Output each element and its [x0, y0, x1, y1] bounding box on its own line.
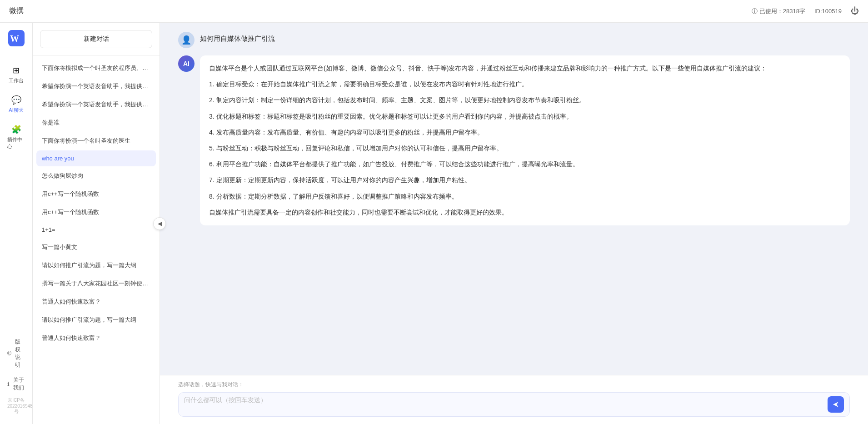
topbar-title: 微撰	[9, 6, 24, 16]
conv-item[interactable]: 下面你将扮演一个名叫圣友的医生	[36, 132, 156, 150]
conv-item[interactable]: 撰写一篇关于八大家花园社区一刻钟便民生...	[36, 275, 156, 292]
send-button[interactable]	[828, 396, 844, 413]
ai-paragraph: 5. 与粉丝互动：积极与粉丝互动，回复评论和私信，可以增加用户对你的认可和信任，…	[209, 143, 841, 154]
ai-avatar: AI	[178, 55, 195, 72]
sidebar-item-aichat[interactable]: 💬 AI聊天	[4, 90, 29, 118]
power-icon[interactable]: ⏻	[851, 6, 859, 16]
conv-item[interactable]: 写一篇小黄文	[36, 239, 156, 256]
ai-paragraph: 3. 优化标题和标签：标题和标签是吸引粉丝的重要因素。优化标题和标签可以让更多的…	[209, 111, 841, 122]
workspace-icon: ⊞	[13, 65, 20, 75]
send-icon	[832, 401, 839, 408]
app-logo: W	[8, 30, 25, 46]
chat-messages: 👤 如何用自媒体做推广引流 AI 自媒体平台是个人或团队通过互联网平台(如博客、…	[160, 23, 868, 375]
collapse-panel-button[interactable]: ◀	[153, 217, 166, 230]
ai-paragraph: 7. 定期更新：定期更新内容，保持活跃度，可以让用户对你的内容产生兴趣，增加用户…	[209, 175, 841, 186]
topbar: 微撰 ⓘ 已使用：28318字 ID:100519 ⏻	[0, 0, 868, 23]
sidebar-item-workspace[interactable]: ⊞ 工作台	[4, 61, 29, 89]
conv-item[interactable]: 请以如何推广引流为题，写一篇大纲	[36, 311, 156, 329]
ai-paragraph: 1. 确定目标受众：在开始自媒体推广引流之前，需要明确目标受众是谁，以便在发布内…	[209, 79, 841, 90]
conv-header: 新建对话	[33, 23, 160, 56]
conv-item[interactable]: 普通人如何快速致富？	[36, 329, 156, 347]
ai-paragraph: 4. 发布高质量内容：发布高质量、有价值、有趣的内容可以吸引更多的粉丝，并提高用…	[209, 127, 841, 138]
conv-item[interactable]: 希望你扮演一个英语发音助手，我提供给你...	[36, 78, 156, 95]
user-message: 👤 如何用自媒体做推广引流	[178, 32, 850, 48]
logo-area: W	[5, 30, 28, 46]
conv-item[interactable]: 用c++写一个随机函数	[36, 204, 156, 221]
topbar-usage: ⓘ 已使用：28318字	[752, 7, 805, 15]
conv-item[interactable]: 怎么做狗屎炒肉	[36, 167, 156, 185]
aichat-icon: 💬	[11, 95, 21, 105]
about-label: 关于我们	[13, 376, 25, 392]
aichat-label: AI聊天	[9, 107, 23, 114]
ai-paragraph: 自媒体推广引流需要具备一定的内容创作和社交能力，同时也需要不断尝试和优化，才能取…	[209, 207, 841, 218]
ai-message: AI 自媒体平台是个人或团队通过互联网平台(如博客、微博、微信公众号、抖音、快手…	[178, 55, 850, 225]
chat-area: 👤 如何用自媒体做推广引流 AI 自媒体平台是个人或团队通过互联网平台(如博客、…	[160, 23, 868, 424]
copyright-label: 版权说明	[15, 338, 25, 369]
input-box-wrapper	[178, 392, 850, 417]
sidebar-item-about[interactable]: ℹ 关于我们	[4, 373, 29, 395]
plugin-icon: 🧩	[11, 125, 21, 135]
ai-paragraph: 自媒体平台是个人或团队通过互联网平台(如博客、微博、微信公众号、抖音、快手等)发…	[209, 63, 841, 74]
copyright-icon: ©	[7, 350, 11, 357]
ai-paragraph: 8. 分析数据：定期分析数据，了解用户反馈和喜好，以便调整推广策略和内容发布频率…	[209, 191, 841, 202]
topbar-right: ⓘ 已使用：28318字 ID:100519 ⏻	[752, 6, 859, 16]
conv-panel: 新建对话 下面你将模拟成一个叫圣友的程序员、我说...希望你扮演一个英语发音助手…	[33, 23, 160, 424]
quick-topic-label: 选择话题，快速与我对话：	[178, 381, 850, 389]
icp-info: 京ICP备2022016948号	[4, 395, 29, 417]
conv-item[interactable]: 1+1=	[36, 222, 156, 238]
chat-input[interactable]	[184, 396, 824, 413]
conv-list: 下面你将模拟成一个叫圣友的程序员、我说...希望你扮演一个英语发音助手，我提供给…	[33, 56, 160, 424]
new-conversation-button[interactable]: 新建对话	[40, 30, 152, 48]
usage-text: 已使用：28318字	[759, 7, 805, 15]
conv-item[interactable]: 你是谁	[36, 114, 156, 131]
usage-icon: ⓘ	[752, 7, 758, 15]
topbar-id: ID:100519	[814, 8, 842, 15]
conv-item[interactable]: 请以如何推广引流为题，写一篇大纲	[36, 257, 156, 274]
ai-message-content: 自媒体平台是个人或团队通过互联网平台(如博客、微博、微信公众号、抖音、快手等)发…	[200, 55, 850, 225]
about-icon: ℹ	[7, 381, 10, 387]
plugin-label: 插件中心	[7, 136, 25, 150]
chat-input-area: 选择话题，快速与我对话：	[160, 375, 868, 424]
ai-paragraph: 6. 利用平台推广功能：自媒体平台都提供了推广功能，如广告投放、付费推广等，可以…	[209, 159, 841, 170]
user-message-text: 如何用自媒体做推广引流	[200, 32, 275, 43]
user-avatar: 👤	[178, 32, 195, 48]
conv-item[interactable]: 下面你将模拟成一个叫圣友的程序员、我说...	[36, 60, 156, 77]
conv-item[interactable]: 用c++写一个随机函数	[36, 185, 156, 203]
nav-bottom: © 版权说明 ℹ 关于我们 京ICP备2022016948号	[0, 334, 32, 417]
workspace-label: 工作台	[9, 77, 24, 84]
sidebar-item-copyright[interactable]: © 版权说明	[4, 334, 29, 373]
conv-item[interactable]: 普通人如何快速致富？	[36, 293, 156, 310]
sidebar-nav: W ⊞ 工作台 💬 AI聊天 🧩 插件中心 © 版权说明 ℹ 关于我们 京ICP…	[0, 23, 33, 424]
ai-paragraph: 2. 制定内容计划：制定一份详细的内容计划，包括发布时间、频率、主题、文案、图片…	[209, 95, 841, 106]
conv-item[interactable]: 希望你扮演一个英语发音助手，我提供给你...	[36, 96, 156, 113]
main-layout: W ⊞ 工作台 💬 AI聊天 🧩 插件中心 © 版权说明 ℹ 关于我们 京ICP…	[0, 23, 868, 424]
svg-text:W: W	[10, 34, 19, 44]
sidebar-item-plugin[interactable]: 🧩 插件中心	[4, 120, 29, 155]
conv-item[interactable]: who are you	[36, 150, 156, 166]
